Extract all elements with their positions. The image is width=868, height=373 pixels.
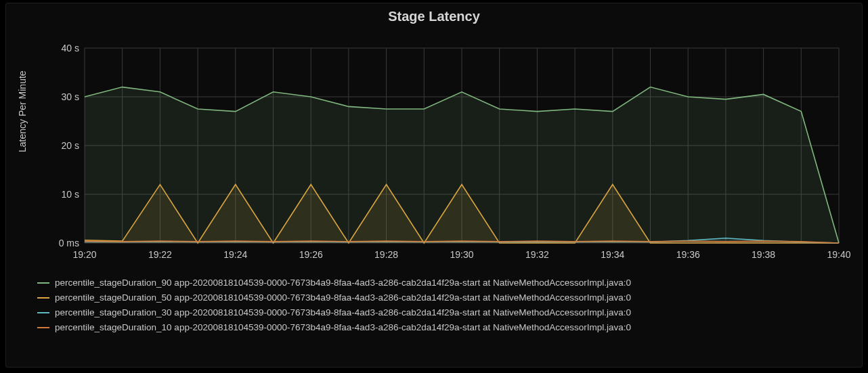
x-tick-label: 19:26 <box>299 249 323 260</box>
x-tick-label: 19:34 <box>601 249 624 260</box>
x-tick-label: 19:32 <box>525 249 549 260</box>
chart-panel: Stage Latency Latency Per Minute 0 ms10 … <box>5 3 863 368</box>
chart-title: Stage Latency <box>6 3 862 24</box>
x-tick-label: 19:30 <box>450 249 473 260</box>
y-tick-label: 20 s <box>62 140 79 151</box>
chart-plot-area[interactable]: 0 ms10 s20 s30 s40 s 19:2019:2219:2419:2… <box>47 44 846 267</box>
legend-item[interactable]: percentile_stageDuration_90 app-20200818… <box>37 276 855 290</box>
x-tick-label: 19:22 <box>148 249 172 260</box>
x-tick-label: 19:40 <box>827 249 850 260</box>
legend-swatch <box>37 297 49 299</box>
x-tick-label: 19:38 <box>752 249 775 260</box>
x-tick-label: 19:24 <box>223 249 247 260</box>
legend-swatch <box>37 327 49 328</box>
x-tick-label: 19:28 <box>374 249 398 260</box>
y-tick-label: 30 s <box>62 91 79 102</box>
legend-swatch <box>37 312 49 313</box>
chart-svg: 0 ms10 s20 s30 s40 s 19:2019:2219:2419:2… <box>47 44 846 267</box>
legend-label: percentile_stageDuration_30 app-20200818… <box>55 305 631 320</box>
y-tick-label: 40 s <box>62 43 79 53</box>
legend-item[interactable]: percentile_stageDuration_30 app-20200818… <box>37 305 855 320</box>
legend-label: percentile_stageDuration_90 app-20200818… <box>55 276 631 290</box>
chart-legend: percentile_stageDuration_90 app-20200818… <box>37 276 855 335</box>
x-tick-label: 19:20 <box>72 249 96 260</box>
x-tick-label: 19:36 <box>676 249 700 260</box>
legend-item[interactable]: percentile_stageDuration_50 app-20200818… <box>37 290 855 305</box>
legend-label: percentile_stageDuration_50 app-20200818… <box>55 290 631 305</box>
y-tick-label: 10 s <box>62 189 79 200</box>
y-tick-label: 0 ms <box>59 238 79 248</box>
y-axis-label: Latency Per Minute <box>17 70 28 152</box>
legend-item[interactable]: percentile_stageDuration_10 app-20200818… <box>37 320 855 335</box>
legend-swatch <box>37 282 49 284</box>
legend-label: percentile_stageDuration_10 app-20200818… <box>55 320 631 335</box>
